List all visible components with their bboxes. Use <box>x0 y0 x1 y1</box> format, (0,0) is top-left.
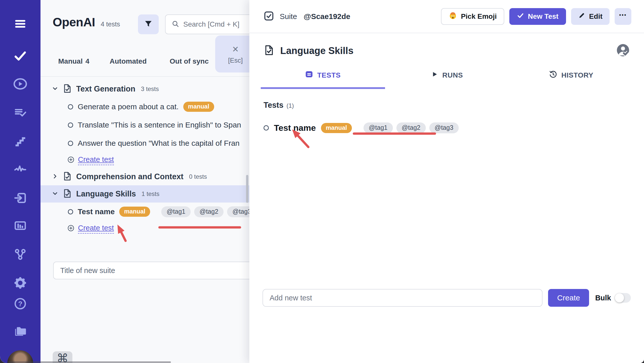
test-row-answer[interactable]: Answer the question "What is the capital… <box>41 134 249 152</box>
suite-id: @Scae192de <box>304 12 350 21</box>
search-box <box>165 14 249 34</box>
new-suite-title-input[interactable] <box>53 262 249 279</box>
create-test-link-text-generation[interactable]: Create test <box>41 152 249 168</box>
doc-check-icon <box>264 45 275 57</box>
chevron-down-icon <box>52 190 58 198</box>
tab-label: TESTS <box>317 71 341 79</box>
close-panel-button[interactable]: × [Esc] <box>215 35 249 72</box>
hamburger-menu-icon[interactable] <box>13 16 28 31</box>
exploding-head-emoji-icon <box>449 11 457 22</box>
test-name: Test name <box>274 123 316 133</box>
new-test-label: New Test <box>528 12 558 21</box>
user-avatar[interactable] <box>7 350 33 363</box>
history-clock-icon <box>549 70 557 80</box>
plus-circle-icon <box>67 156 74 164</box>
suites-filter-tabs: Manual4 Automated Out of sync <box>58 57 211 65</box>
project-tests-count: 4 tests <box>101 20 120 28</box>
filter-button[interactable] <box>138 14 159 34</box>
tag: @tag2 <box>396 122 426 133</box>
suite-name: Comprehension and Context <box>76 172 184 181</box>
tab-manual[interactable]: Manual4 <box>58 57 89 65</box>
doc-check-icon <box>63 171 72 182</box>
test-row-test-name[interactable]: Test name manual @tag1 @tag2 @tag3 <box>264 122 644 133</box>
suite-label: Suite <box>280 12 297 21</box>
test-status-circle-icon <box>68 209 73 214</box>
test-row-translate[interactable]: Translate "This is a sentence in English… <box>41 116 249 134</box>
app-window: OpenAI 4 tests Manual4 Automated Out of … <box>0 0 644 363</box>
suite-name: Text Generation <box>76 84 135 94</box>
branch-icon[interactable] <box>13 247 28 262</box>
tab-out-of-sync[interactable]: Out of sync <box>170 57 211 65</box>
create-button[interactable]: Create <box>548 289 589 307</box>
chevron-down-icon <box>52 85 58 93</box>
assignee-avatar-icon[interactable] <box>616 43 630 59</box>
suite-tests-count: 3 tests <box>141 85 159 93</box>
toggle-knob <box>615 293 624 302</box>
suite-detail-tabs: TESTS RUNS HISTORY <box>261 70 633 89</box>
suite-row-text-generation[interactable]: Text Generation 3 tests <box>41 80 249 98</box>
tests-check-icon[interactable] <box>13 48 28 64</box>
funnel-icon <box>144 20 153 29</box>
search-icon <box>172 20 179 29</box>
svg-text:?: ? <box>18 300 23 308</box>
test-row-poem[interactable]: Generate a poem about a cat. manual <box>41 98 249 116</box>
help-icon[interactable]: ? <box>13 296 28 311</box>
import-icon[interactable] <box>13 190 28 206</box>
tag: @tag1 <box>364 122 393 133</box>
settings-gear-icon[interactable] <box>13 275 28 291</box>
tag: @tag2 <box>194 206 224 217</box>
create-test-label: Create test <box>78 155 114 165</box>
edit-button[interactable]: Edit <box>571 8 610 25</box>
create-test-label: Create test <box>78 224 114 234</box>
test-status-circle-icon <box>68 104 73 110</box>
tag-list: @tag1 @tag2 @tag3 <box>364 122 459 133</box>
tab-history[interactable]: HISTORY <box>509 70 633 89</box>
bulk-toggle[interactable] <box>615 293 631 303</box>
suite-name: Language Skills <box>76 189 136 198</box>
steps-icon[interactable] <box>13 134 28 149</box>
manual-badge: manual <box>321 123 352 133</box>
suite-row-language-skills[interactable]: Language Skills 1 tests <box>41 185 249 203</box>
test-label: Test name <box>78 207 115 216</box>
suite-title: Language Skills <box>280 45 353 56</box>
pencil-icon <box>578 12 585 21</box>
test-row-test-name[interactable]: Test name manual @tag1 @tag2 @tag3 <box>41 203 249 221</box>
suite-tests-count: 0 tests <box>189 173 207 180</box>
pick-emoji-button[interactable]: Pick Emoji <box>441 8 505 25</box>
esc-hint: [Esc] <box>228 57 243 64</box>
report-chart-icon[interactable] <box>13 218 28 233</box>
tag: @tag3 <box>429 122 459 133</box>
tests-heading: Tests <box>264 101 284 110</box>
chevron-right-icon <box>52 173 58 181</box>
project-title: OpenAI <box>53 15 95 29</box>
plus-circle-icon <box>67 225 74 233</box>
projects-folder-icon[interactable] <box>13 323 28 339</box>
manual-badge: manual <box>119 207 150 217</box>
nav-sidebar: ? <box>0 0 41 363</box>
edit-label: Edit <box>589 12 602 21</box>
tag: @tag1 <box>161 206 191 217</box>
activity-icon[interactable] <box>13 161 28 177</box>
test-label: Generate a poem about a cat. <box>78 102 179 111</box>
horizontal-scrollbar[interactable] <box>8 361 171 363</box>
tab-runs[interactable]: RUNS <box>385 70 509 89</box>
add-test-bar: Create Bulk <box>263 289 631 307</box>
test-list-icon[interactable] <box>13 105 28 120</box>
new-test-button[interactable]: New Test <box>509 8 566 25</box>
bulk-label: Bulk <box>595 294 611 302</box>
tab-automated[interactable]: Automated <box>110 57 149 65</box>
left-panel-scrollbar[interactable] <box>246 175 248 203</box>
runs-play-icon[interactable] <box>13 76 28 92</box>
search-input[interactable] <box>183 20 249 28</box>
more-actions-button[interactable]: ••• <box>615 8 631 25</box>
doc-check-icon <box>63 84 72 94</box>
create-test-link-language-skills[interactable]: Create test <box>41 221 249 237</box>
test-status-circle-icon <box>68 122 73 128</box>
suite-detail-panel: Suite @Scae192de Pick Emoji New Test Edi… <box>249 0 644 363</box>
tests-list-icon <box>305 70 313 80</box>
suite-row-comprehension[interactable]: Comprehension and Context 0 tests <box>41 168 249 185</box>
tab-tests[interactable]: TESTS <box>261 70 385 89</box>
play-icon <box>431 71 438 80</box>
manual-badge: manual <box>183 102 214 112</box>
add-test-input[interactable] <box>263 289 542 307</box>
